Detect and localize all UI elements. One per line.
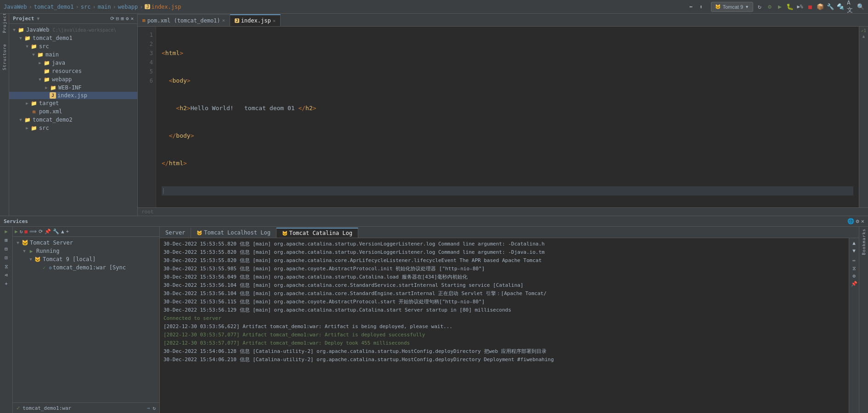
- tree-src2[interactable]: ▶ 📁 src: [9, 124, 137, 132]
- tab-server[interactable]: Server: [160, 228, 191, 238]
- tree-javaweb[interactable]: ▼ 📁 JavaWeb C:\java\idea-workspace\: [9, 26, 137, 34]
- add-btn[interactable]: +: [66, 229, 69, 234]
- log-content[interactable]: 30-Dec-2022 15:53:55.820 信息 [main] org.a…: [160, 238, 849, 413]
- tree-java[interactable]: ▶ 📁 java: [9, 59, 137, 67]
- settings-icon[interactable]: 🔧: [827, 3, 834, 11]
- tab-catalina-log[interactable]: 🐱 Tomcat Catalina Log: [276, 228, 358, 238]
- tab-localhost-log[interactable]: 🐱 Tomcat Localhost Log: [191, 228, 276, 238]
- filter-icon[interactable]: ⧖: [5, 263, 8, 269]
- expand-all-icon[interactable]: ⊞: [121, 16, 124, 22]
- run-icon[interactable]: ▶: [776, 3, 783, 11]
- expand-services-icon[interactable]: ⊞: [5, 237, 8, 243]
- breadcrumb-tomcat-demo1[interactable]: tomcat_demo1: [34, 4, 74, 10]
- stop-icon[interactable]: ■: [806, 3, 814, 11]
- up-icon[interactable]: ▲: [61, 229, 64, 234]
- tree-label-target: target: [39, 100, 59, 106]
- tree-webinf[interactable]: ▶ 📁 WEB-INF: [9, 84, 137, 92]
- refresh-services-icon[interactable]: ⟳: [39, 229, 43, 234]
- scroll-bottom-icon[interactable]: ▼: [852, 248, 856, 254]
- collapse-services-icon[interactable]: ⊟: [5, 246, 8, 252]
- refresh-icon[interactable]: ↻: [756, 3, 763, 11]
- deploy-arrow-right[interactable]: →: [147, 405, 150, 411]
- stop-services-icon[interactable]: ■: [24, 229, 28, 234]
- toolbar-right: ⬅ ⬆ 🐱 Tomcat 9 ▼ ↻ ⚙ ▶ 🐛 ▶% ■ 📦 🔧 🔩 A文 🔍: [687, 2, 864, 12]
- add-service-icon[interactable]: +: [5, 281, 8, 287]
- running-icon: ▶: [28, 247, 35, 255]
- mark-icon[interactable]: ⊲: [5, 272, 8, 278]
- navigate-back-icon[interactable]: ⬅: [687, 3, 694, 11]
- group-icon[interactable]: ⊡: [5, 255, 8, 261]
- log-line: 30-Dec-2022 15:53:55.985 信息 [main] org.a…: [163, 265, 845, 273]
- tree-webapp[interactable]: ▼ 📁 webapp: [9, 75, 137, 84]
- tree-src[interactable]: ▼ 📁 src: [9, 42, 137, 50]
- services-running[interactable]: ▼ ▶ Running: [13, 247, 159, 255]
- play-icon[interactable]: ▶: [15, 229, 18, 234]
- close-indexjsp-tab[interactable]: ×: [273, 18, 276, 24]
- tree-tomcat-demo2[interactable]: ▼ 📁 tomcat_demo2: [9, 116, 137, 124]
- deploy-sync-icon[interactable]: ↻: [152, 405, 156, 411]
- collapse-all-icon[interactable]: ⊟: [116, 16, 119, 22]
- settings-log-icon[interactable]: ⚙: [852, 273, 856, 279]
- close-project-icon[interactable]: ✕: [130, 16, 134, 22]
- services-war[interactable]: ✓ ⚙ tomcat_demo1:war [Sync: [13, 263, 159, 272]
- run-config-button[interactable]: 🐱 Tomcat 9 ▼: [711, 2, 753, 12]
- sidebar-icons: Project Structure: [0, 14, 9, 216]
- tree-label-indexjsp: index.jsp: [57, 92, 87, 99]
- tree-label-webinf: WEB-INF: [58, 84, 82, 91]
- settings-project-icon[interactable]: ⚙: [126, 16, 129, 22]
- build-icon[interactable]: ⚙: [766, 3, 773, 11]
- tomcat9-label: Tomcat 9 [local]: [43, 256, 96, 262]
- breadcrumb-javaweb[interactable]: JavaWeb: [4, 4, 27, 10]
- tree-pomxml[interactable]: m pom.xml: [9, 107, 137, 116]
- search-everywhere-icon[interactable]: 🔍: [857, 3, 864, 11]
- code-line-2: <body>: [162, 76, 853, 85]
- breadcrumb-src[interactable]: src: [81, 4, 91, 10]
- project-panel-title: Project: [13, 16, 34, 22]
- tree-target[interactable]: ▶ 📁 target: [9, 99, 137, 107]
- globe-icon[interactable]: 🌐: [847, 218, 854, 224]
- breadcrumb-main[interactable]: main: [98, 4, 111, 10]
- tab-indexjsp[interactable]: J index.jsp ×: [230, 14, 281, 26]
- close-pom-tab[interactable]: ×: [222, 17, 225, 23]
- wrap-log-icon[interactable]: ⇔: [852, 257, 856, 263]
- line-numbers: 1 2 3 4 5 6: [138, 27, 156, 207]
- log-line: 30-Dec-2022 15:53:56.104 信息 [main] org.a…: [163, 281, 845, 290]
- services-tomcat9[interactable]: ▼ 🐱 Tomcat 9 [local]: [13, 255, 159, 263]
- tab-pomxml[interactable]: m pom.xml (tomcat_demo1) ×: [138, 14, 230, 26]
- sync-icon[interactable]: ⟳: [110, 16, 114, 22]
- code-content[interactable]: <html> <body> <h2>Hello World! tomcat de…: [156, 27, 859, 207]
- tree-resources[interactable]: 📁 resources: [9, 67, 137, 75]
- bookmarks-label[interactable]: Bookmarks: [862, 229, 866, 255]
- breadcrumb-webapp[interactable]: webapp: [118, 4, 138, 10]
- services-tomcat-server[interactable]: ▼ 🐱 Tomcat Server: [13, 239, 159, 247]
- folder-icon-resources: 📁: [43, 67, 51, 75]
- sdk-icon[interactable]: 🔩: [837, 3, 844, 11]
- tree-main[interactable]: ▼ 📁 main: [9, 50, 137, 59]
- pin-icon[interactable]: 📌: [45, 229, 51, 234]
- scroll-top-icon[interactable]: ▲: [852, 240, 856, 246]
- close-services-icon[interactable]: ✕: [861, 218, 864, 224]
- debug-icon[interactable]: 🐛: [786, 3, 794, 11]
- wrench-icon[interactable]: 🔧: [53, 229, 59, 234]
- tree-arrow-target: ▶: [24, 101, 30, 106]
- filter-log-icon[interactable]: ⧖: [852, 265, 856, 271]
- project-sidebar-label[interactable]: Project: [1, 19, 8, 27]
- tree-label-resources: resources: [52, 68, 82, 74]
- pin-log-icon[interactable]: 📌: [851, 281, 857, 287]
- run-services-icon[interactable]: ▶: [5, 229, 8, 234]
- arrow-tomcat-server: ▼: [15, 240, 21, 245]
- tree-arrow-main: ▼: [30, 52, 37, 57]
- resume-icon[interactable]: ⟹: [29, 229, 37, 234]
- settings-services-icon[interactable]: ⚙: [856, 218, 859, 224]
- structure-sidebar-label[interactable]: Structure: [1, 53, 8, 61]
- run-with-coverage-icon[interactable]: ▶%: [796, 3, 804, 11]
- rerun-icon[interactable]: ↻: [20, 229, 23, 234]
- navigate-forward-icon[interactable]: ⬆: [697, 3, 705, 11]
- tree-indexjsp[interactable]: J index.jsp: [9, 92, 137, 99]
- gradle-icon[interactable]: 📦: [817, 3, 824, 11]
- code-line-6: |: [162, 186, 853, 195]
- project-dropdown-icon[interactable]: ▼: [37, 16, 39, 21]
- translate-icon[interactable]: A文: [847, 3, 854, 11]
- tree-tomcat-demo1[interactable]: ▼ 📁 tomcat_demo1: [9, 34, 137, 42]
- log-line: 30-Dec-2022 15:53:56.129 信息 [main] org.a…: [163, 306, 845, 314]
